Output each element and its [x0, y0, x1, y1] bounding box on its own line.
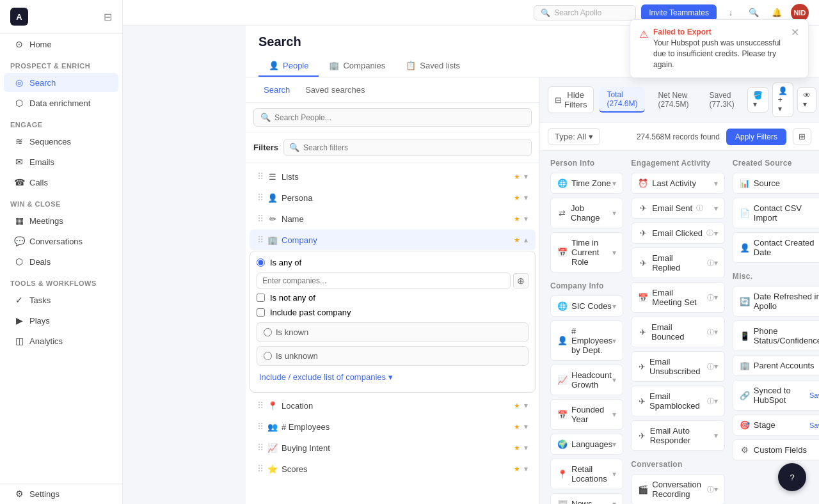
is-known-button[interactable]: Is known — [257, 322, 529, 342]
filter-chip-employees-by-dept[interactable]: 👤 # Employees by Dept. ▾ — [550, 320, 623, 361]
tab-companies[interactable]: 🏢 Companies — [319, 56, 395, 77]
filter-chip-email-spamblocked[interactable]: ✈ Email Spamblocked ⓘ ▾ — [631, 386, 725, 416]
sidebar-item-home[interactable]: ⊙ Home — [4, 35, 118, 54]
filter-item-buying-intent[interactable]: ⠿ 📈 Buying Intent ★ ▾ — [250, 437, 536, 458]
sidebar-item-data-enrichment[interactable]: ⬡ Data enrichment — [4, 93, 118, 113]
filter-item-lists[interactable]: ⠿ ☰ Lists ★ ▾ — [250, 166, 536, 187]
is-not-any-of-option[interactable]: Is not any of — [257, 292, 529, 304]
filter-chip-synced-to-hubspot[interactable]: 🔗 Synced to HubSpot Save — [733, 380, 819, 411]
sidebar-item-search[interactable]: ◎ Search — [4, 73, 118, 92]
type-filter-dropdown[interactable]: Type: All ▾ — [548, 128, 600, 145]
bucket-button[interactable]: 🪣 ▾ — [747, 87, 768, 113]
sidebar-item-meetings[interactable]: ▦ Meetings — [4, 211, 118, 230]
sidebar-item-settings[interactable]: ⚙ Settings — [4, 484, 118, 503]
sidebar-collapse-button[interactable]: ⊟ — [104, 11, 112, 23]
people-search-input[interactable] — [274, 113, 525, 122]
filter-chip-job-change[interactable]: ⇄ Job Change ▾ — [550, 198, 623, 228]
app-logo[interactable]: A — [10, 8, 28, 26]
search-apollo-field[interactable]: 🔍 Search Apollo — [534, 5, 636, 20]
is-unknown-radio[interactable] — [264, 352, 272, 360]
grid-view-button[interactable]: ⊞ — [793, 128, 811, 145]
company-input-field[interactable] — [257, 272, 511, 289]
eye-button[interactable]: 👁 ▾ — [797, 87, 816, 113]
filter-chip-parent-accounts[interactable]: 🏢 Parent Accounts ▾ — [733, 355, 819, 376]
sidebar-item-calls[interactable]: ☎ Calls — [4, 173, 118, 192]
filter-item-location[interactable]: ⠿ 📍 Location ★ ▾ — [250, 395, 536, 416]
filter-chip-stage[interactable]: 🎯 Stage Save — [733, 414, 819, 436]
filter-chip-source[interactable]: 📊 Source ▾ — [733, 173, 819, 194]
sidebar-item-label: Data enrichment — [29, 98, 90, 108]
filter-item-employees[interactable]: ⠿ 👥 # Employees ★ ▾ — [250, 416, 536, 437]
sidebar-item-tasks[interactable]: ✓ Tasks — [4, 290, 118, 310]
filter-chip-founded-year[interactable]: 📅 Founded Year ▾ — [550, 399, 623, 430]
apply-filters-button[interactable]: Apply Filters — [726, 129, 786, 145]
auto-responder-icon: ✈ — [638, 431, 646, 441]
is-any-of-radio[interactable] — [257, 258, 265, 267]
filter-chip-email-auto-responder[interactable]: ✈ Email Auto Responder ▾ — [631, 420, 725, 451]
sidebar-item-emails[interactable]: ✉ Emails — [4, 152, 118, 171]
star-icon: ★ — [514, 215, 520, 223]
email-bounced-icon: ✈ — [638, 327, 648, 337]
filter-chip-last-activity[interactable]: ⏰ Last Activity ▾ — [631, 173, 725, 194]
include-exclude-link[interactable]: Include / exclude list of companies ▾ — [257, 368, 529, 386]
filter-item-name[interactable]: ⠿ ✏ Name ★ ▾ — [250, 209, 536, 229]
notification-close-button[interactable]: ✕ — [791, 28, 799, 38]
filter-chip-phone-status[interactable]: 📱 Phone Status/Confidence ▾ — [733, 320, 819, 351]
sidebar-item-conversations[interactable]: 💬 Conversations — [4, 232, 118, 251]
filter-tab-saved[interactable]: Saved (77.3K) — [701, 88, 742, 112]
filter-chip-email-bounced[interactable]: ✈ Email Bounced ⓘ ▾ — [631, 317, 725, 347]
hide-filters-button[interactable]: ⊟ Hide Filters — [548, 86, 594, 113]
sidebar-item-sequences[interactable]: ≋ Sequences — [4, 132, 118, 151]
filter-item-company[interactable]: ⠿ 🏢 Company ★ ▴ — [250, 230, 536, 250]
filter-chip-headcount-growth[interactable]: 📈 Headcount Growth ▾ — [550, 365, 623, 395]
invite-teammates-button[interactable]: Invite Teammates — [641, 4, 717, 21]
filter-chip-sic-codes[interactable]: 🌐 SIC Codes ▾ — [550, 295, 623, 317]
filter-chip-email-meeting-set[interactable]: 📅 Email Meeting Set ⓘ ▾ — [631, 282, 725, 313]
filter-search-field[interactable]: 🔍 — [283, 139, 532, 156]
chevron-down-icon: ▾ — [612, 248, 616, 257]
save-icon[interactable]: Save — [809, 391, 819, 399]
filter-search-input[interactable] — [303, 143, 526, 152]
include-past-option[interactable]: Include past company — [257, 306, 529, 319]
filter-chip-contact-created-date[interactable]: 👤 Contact Created Date ▾ — [733, 232, 819, 263]
is-not-any-of-checkbox[interactable] — [257, 294, 265, 302]
filter-chip-time-zone[interactable]: 🌐 Time Zone ▾ — [550, 173, 623, 194]
sidebar-item-analytics[interactable]: ◫ Analytics — [4, 331, 118, 350]
filter-chip-email-unsubscribed[interactable]: ✈ Email Unsubscribed ⓘ ▾ — [631, 351, 725, 382]
filter-chip-email-sent[interactable]: ✈ Email Sent ⓘ ▾ — [631, 198, 725, 219]
sidebar-logo-area: A ⊟ — [0, 0, 122, 34]
chevron-down-icon: ▾ — [714, 397, 718, 406]
filter-chip-contact-csv-import[interactable]: 📄 Contact CSV Import ▾ — [733, 198, 819, 228]
filter-action-bar: ⊟ Hide Filters Total (274.6M) Net New (2… — [540, 77, 819, 123]
filter-item-scores[interactable]: ⠿ ⭐ Scores ★ ▾ — [250, 459, 536, 479]
save-icon[interactable]: Save — [809, 421, 819, 429]
sidebar-item-plays[interactable]: ▶ Plays — [4, 311, 118, 330]
filter-chip-email-replied[interactable]: ✈ Email Replied ⓘ ▾ — [631, 248, 725, 278]
filter-tab-net-new[interactable]: Net New (274.5M) — [650, 88, 696, 112]
calendar-icon: 📅 — [557, 410, 568, 420]
filter-chip-conversation-recording[interactable]: 🎬 Conversation Recording ⓘ ▾ — [631, 474, 725, 504]
is-known-radio[interactable] — [264, 328, 272, 336]
filter-chip-date-refreshed[interactable]: 🔄 Date Refreshed in Apollo ▾ — [733, 286, 819, 317]
is-any-of-option[interactable]: Is any of — [257, 258, 529, 267]
help-button[interactable]: ? — [778, 463, 806, 491]
people-search-field[interactable]: 🔍 — [253, 108, 532, 127]
add-contact-button[interactable]: 👤+ ▾ — [772, 83, 793, 117]
filter-tab-total[interactable]: Total (274.6M) — [599, 87, 645, 113]
sidebar-item-deals[interactable]: ⬡ Deals — [4, 252, 118, 271]
sub-tab-search[interactable]: Search — [258, 83, 295, 97]
company-input-icon[interactable]: ⊕ — [513, 273, 529, 288]
filter-item-persona[interactable]: ⠿ 👤 Persona ★ ▾ — [250, 187, 536, 208]
is-unknown-button[interactable]: Is unknown — [257, 346, 529, 366]
people-search-bar: 🔍 — [246, 103, 539, 132]
sub-tab-saved-searches[interactable]: Saved searches — [300, 83, 370, 97]
tab-saved-lists[interactable]: 📋 Saved lists — [395, 56, 470, 77]
filter-chip-time-in-role[interactable]: 📅 Time in Current Role ▾ — [550, 232, 623, 272]
filter-chip-retail-locations[interactable]: 📍 Retail Locations ▾ — [550, 459, 623, 489]
include-past-checkbox[interactable] — [257, 308, 265, 317]
tab-people[interactable]: 👤 People — [258, 56, 319, 77]
filter-chip-news[interactable]: 📰 News ▾ — [550, 493, 623, 504]
filter-chip-languages[interactable]: 🌍 Languages ▾ — [550, 434, 623, 455]
filter-chip-email-clicked[interactable]: ✈ Email Clicked ⓘ ▾ — [631, 223, 725, 244]
filter-chip-custom-fields[interactable]: ⚙ Custom Fields ▾ — [733, 439, 819, 461]
